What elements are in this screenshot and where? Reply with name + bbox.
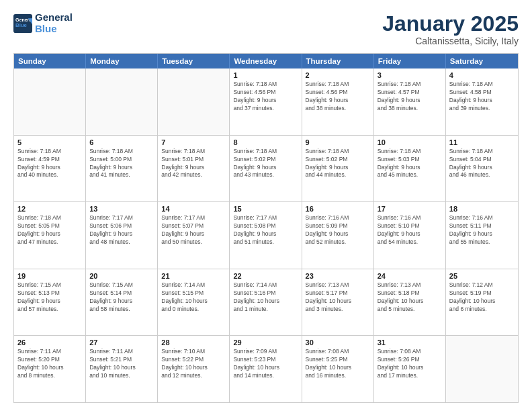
day-number: 7 <box>161 138 226 146</box>
day-number: 26 <box>17 338 82 347</box>
day-number: 30 <box>306 338 370 347</box>
calendar-cell: 18Sunrise: 7:16 AM Sunset: 5:11 PM Dayli… <box>446 202 518 269</box>
calendar-title: January 2025 <box>382 12 519 36</box>
calendar-row-1: 5Sunrise: 7:18 AM Sunset: 4:59 PM Daylig… <box>14 135 518 202</box>
header-day-monday: Monday <box>86 54 158 68</box>
header-day-thursday: Thursday <box>302 54 374 68</box>
day-number: 25 <box>449 272 515 280</box>
calendar-cell: 26Sunrise: 7:11 AM Sunset: 5:20 PM Dayli… <box>14 336 86 402</box>
calendar-cell: 14Sunrise: 7:17 AM Sunset: 5:07 PM Dayli… <box>158 202 230 269</box>
day-info: Sunrise: 7:18 AM Sunset: 5:02 PM Dayligh… <box>306 148 370 180</box>
day-info: Sunrise: 7:15 AM Sunset: 5:13 PM Dayligh… <box>17 281 82 314</box>
calendar-row-3: 19Sunrise: 7:15 AM Sunset: 5:13 PM Dayli… <box>14 269 518 336</box>
day-info: Sunrise: 7:18 AM Sunset: 4:56 PM Dayligh… <box>233 81 298 113</box>
calendar-cell <box>446 336 518 402</box>
day-number: 28 <box>161 338 226 347</box>
day-info: Sunrise: 7:12 AM Sunset: 5:19 PM Dayligh… <box>449 281 515 314</box>
day-number: 20 <box>89 272 154 280</box>
calendar-cell: 27Sunrise: 7:11 AM Sunset: 5:21 PM Dayli… <box>86 336 158 402</box>
day-info: Sunrise: 7:15 AM Sunset: 5:14 PM Dayligh… <box>89 281 154 314</box>
day-info: Sunrise: 7:14 AM Sunset: 5:16 PM Dayligh… <box>233 281 298 314</box>
day-info: Sunrise: 7:10 AM Sunset: 5:22 PM Dayligh… <box>161 348 226 380</box>
calendar-cell: 4Sunrise: 7:18 AM Sunset: 4:58 PM Daylig… <box>446 68 518 135</box>
day-number: 10 <box>378 138 442 146</box>
day-number: 5 <box>17 138 82 146</box>
calendar-cell <box>14 68 86 135</box>
day-info: Sunrise: 7:17 AM Sunset: 5:06 PM Dayligh… <box>89 214 154 246</box>
calendar-cell: 12Sunrise: 7:18 AM Sunset: 5:05 PM Dayli… <box>14 202 86 269</box>
day-number: 12 <box>17 205 82 213</box>
title-block: January 2025 Caltanissetta, Sicily, Ital… <box>382 12 519 46</box>
calendar-cell: 1Sunrise: 7:18 AM Sunset: 4:56 PM Daylig… <box>230 68 302 135</box>
day-info: Sunrise: 7:13 AM Sunset: 5:17 PM Dayligh… <box>306 281 370 314</box>
calendar-cell: 13Sunrise: 7:17 AM Sunset: 5:06 PM Dayli… <box>86 202 158 269</box>
calendar-cell: 23Sunrise: 7:13 AM Sunset: 5:17 PM Dayli… <box>302 269 374 336</box>
calendar-cell: 25Sunrise: 7:12 AM Sunset: 5:19 PM Dayli… <box>446 269 518 336</box>
day-number: 23 <box>306 272 370 280</box>
header-day-tuesday: Tuesday <box>158 54 230 68</box>
calendar-cell: 15Sunrise: 7:17 AM Sunset: 5:08 PM Dayli… <box>230 202 302 269</box>
logo-line2: Blue <box>35 24 73 35</box>
day-info: Sunrise: 7:17 AM Sunset: 5:08 PM Dayligh… <box>233 214 298 246</box>
calendar-header: SundayMondayTuesdayWednesdayThursdayFrid… <box>14 54 518 68</box>
header-day-wednesday: Wednesday <box>230 54 302 68</box>
day-number: 16 <box>306 205 370 213</box>
day-number: 4 <box>449 71 515 79</box>
day-info: Sunrise: 7:16 AM Sunset: 5:11 PM Dayligh… <box>449 214 515 246</box>
calendar-cell: 20Sunrise: 7:15 AM Sunset: 5:14 PM Dayli… <box>86 269 158 336</box>
calendar-cell: 16Sunrise: 7:16 AM Sunset: 5:09 PM Dayli… <box>302 202 374 269</box>
day-info: Sunrise: 7:13 AM Sunset: 5:18 PM Dayligh… <box>378 281 442 314</box>
day-number: 9 <box>306 138 370 146</box>
logo-text: General Blue <box>35 12 73 34</box>
calendar-row-4: 26Sunrise: 7:11 AM Sunset: 5:20 PM Dayli… <box>14 335 518 402</box>
calendar: SundayMondayTuesdayWednesdayThursdayFrid… <box>13 53 519 403</box>
day-number: 3 <box>378 71 442 79</box>
day-info: Sunrise: 7:18 AM Sunset: 5:02 PM Dayligh… <box>233 148 298 180</box>
header-day-saturday: Saturday <box>446 54 518 68</box>
day-info: Sunrise: 7:18 AM Sunset: 4:59 PM Dayligh… <box>17 148 82 180</box>
day-number: 8 <box>233 138 298 146</box>
calendar-cell: 31Sunrise: 7:08 AM Sunset: 5:26 PM Dayli… <box>374 336 446 402</box>
day-info: Sunrise: 7:14 AM Sunset: 5:15 PM Dayligh… <box>161 281 226 314</box>
calendar-cell: 21Sunrise: 7:14 AM Sunset: 5:15 PM Dayli… <box>158 269 230 336</box>
calendar-row-2: 12Sunrise: 7:18 AM Sunset: 5:05 PM Dayli… <box>14 201 518 269</box>
calendar-cell: 7Sunrise: 7:18 AM Sunset: 5:01 PM Daylig… <box>158 136 230 202</box>
calendar-cell: 24Sunrise: 7:13 AM Sunset: 5:18 PM Dayli… <box>374 269 446 336</box>
day-info: Sunrise: 7:18 AM Sunset: 4:57 PM Dayligh… <box>378 81 442 113</box>
day-info: Sunrise: 7:08 AM Sunset: 5:26 PM Dayligh… <box>378 348 442 380</box>
calendar-cell: 8Sunrise: 7:18 AM Sunset: 5:02 PM Daylig… <box>230 136 302 202</box>
day-number: 13 <box>89 205 154 213</box>
day-number: 24 <box>378 272 442 280</box>
day-info: Sunrise: 7:16 AM Sunset: 5:10 PM Dayligh… <box>378 214 442 246</box>
day-info: Sunrise: 7:18 AM Sunset: 5:03 PM Dayligh… <box>378 148 442 180</box>
calendar-cell: 19Sunrise: 7:15 AM Sunset: 5:13 PM Dayli… <box>14 269 86 336</box>
calendar-cell: 9Sunrise: 7:18 AM Sunset: 5:02 PM Daylig… <box>302 136 374 202</box>
svg-text:Blue: Blue <box>15 22 28 28</box>
calendar-cell: 5Sunrise: 7:18 AM Sunset: 4:59 PM Daylig… <box>14 136 86 202</box>
logo: General Blue General Blue <box>13 12 73 34</box>
day-number: 17 <box>378 205 442 213</box>
day-info: Sunrise: 7:09 AM Sunset: 5:23 PM Dayligh… <box>233 348 298 380</box>
header: General Blue General Blue January 2025 C… <box>13 12 519 46</box>
calendar-cell <box>158 68 230 135</box>
day-info: Sunrise: 7:16 AM Sunset: 5:09 PM Dayligh… <box>306 214 370 246</box>
calendar-cell: 22Sunrise: 7:14 AM Sunset: 5:16 PM Dayli… <box>230 269 302 336</box>
calendar-cell: 17Sunrise: 7:16 AM Sunset: 5:10 PM Dayli… <box>374 202 446 269</box>
calendar-cell: 28Sunrise: 7:10 AM Sunset: 5:22 PM Dayli… <box>158 336 230 402</box>
day-number: 22 <box>233 272 298 280</box>
day-info: Sunrise: 7:17 AM Sunset: 5:07 PM Dayligh… <box>161 214 226 246</box>
day-number: 27 <box>89 338 154 347</box>
header-day-sunday: Sunday <box>14 54 86 68</box>
header-day-friday: Friday <box>374 54 446 68</box>
logo-icon: General Blue <box>13 14 32 33</box>
page: General Blue General Blue January 2025 C… <box>0 0 532 411</box>
calendar-cell: 30Sunrise: 7:08 AM Sunset: 5:25 PM Dayli… <box>302 336 374 402</box>
day-info: Sunrise: 7:18 AM Sunset: 4:56 PM Dayligh… <box>306 81 370 113</box>
calendar-cell: 3Sunrise: 7:18 AM Sunset: 4:57 PM Daylig… <box>374 68 446 135</box>
day-info: Sunrise: 7:18 AM Sunset: 5:00 PM Dayligh… <box>89 148 154 180</box>
day-info: Sunrise: 7:11 AM Sunset: 5:21 PM Dayligh… <box>89 348 154 380</box>
day-number: 6 <box>89 138 154 146</box>
calendar-cell: 2Sunrise: 7:18 AM Sunset: 4:56 PM Daylig… <box>302 68 374 135</box>
day-number: 15 <box>233 205 298 213</box>
day-info: Sunrise: 7:18 AM Sunset: 5:04 PM Dayligh… <box>449 148 515 180</box>
